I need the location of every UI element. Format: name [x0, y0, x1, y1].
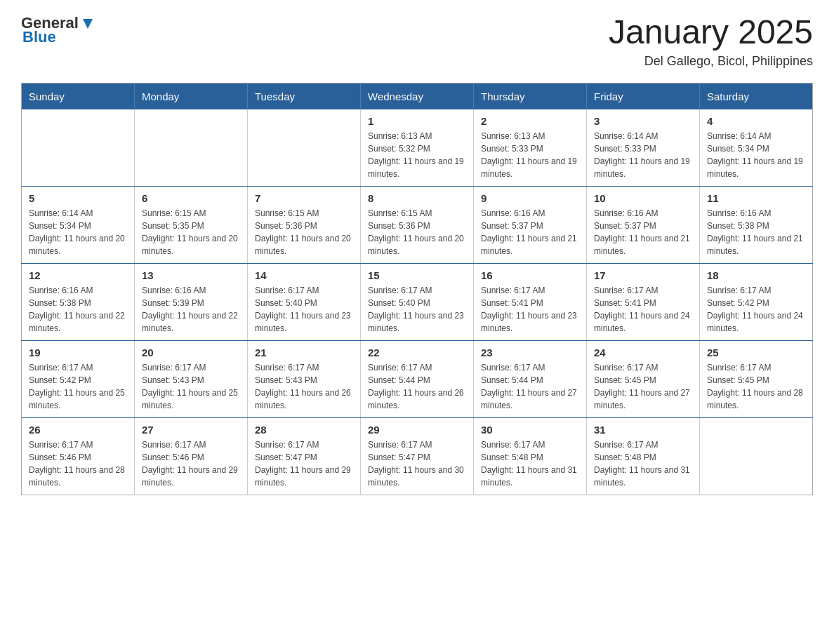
calendar-cell: 26Sunrise: 6:17 AMSunset: 5:46 PMDayligh…: [22, 417, 135, 495]
calendar-cell: 17Sunrise: 6:17 AMSunset: 5:41 PMDayligh…: [587, 263, 700, 340]
day-number: 16: [481, 269, 579, 281]
calendar-cell: 8Sunrise: 6:15 AMSunset: 5:36 PMDaylight…: [361, 186, 474, 263]
calendar-cell: 21Sunrise: 6:17 AMSunset: 5:43 PMDayligh…: [248, 340, 361, 417]
day-number: 3: [594, 115, 692, 127]
calendar-cell: 25Sunrise: 6:17 AMSunset: 5:45 PMDayligh…: [700, 340, 813, 417]
day-number: 12: [29, 269, 127, 281]
calendar-cell: 1Sunrise: 6:13 AMSunset: 5:32 PMDaylight…: [361, 109, 474, 187]
calendar-cell: 22Sunrise: 6:17 AMSunset: 5:44 PMDayligh…: [361, 340, 474, 417]
day-info: Sunrise: 6:17 AMSunset: 5:45 PMDaylight:…: [594, 361, 692, 412]
calendar-cell: 27Sunrise: 6:17 AMSunset: 5:46 PMDayligh…: [135, 417, 248, 495]
day-info: Sunrise: 6:17 AMSunset: 5:43 PMDaylight:…: [142, 361, 240, 412]
day-number: 24: [594, 347, 692, 358]
calendar-cell: 9Sunrise: 6:16 AMSunset: 5:37 PMDaylight…: [474, 186, 587, 263]
calendar-cell: 3Sunrise: 6:14 AMSunset: 5:33 PMDaylight…: [587, 109, 700, 187]
page-header: General Blue January 2025 Del Gallego, B…: [21, 14, 813, 69]
day-number: 25: [707, 347, 805, 358]
calendar-cell: 14Sunrise: 6:17 AMSunset: 5:40 PMDayligh…: [248, 263, 361, 340]
logo-blue-text: Blue: [22, 28, 95, 46]
day-info: Sunrise: 6:17 AMSunset: 5:48 PMDaylight:…: [481, 438, 579, 489]
calendar-table: SundayMondayTuesdayWednesdayThursdayFrid…: [21, 83, 813, 495]
day-info: Sunrise: 6:13 AMSunset: 5:33 PMDaylight:…: [481, 130, 579, 180]
day-info: Sunrise: 6:17 AMSunset: 5:46 PMDaylight:…: [142, 438, 240, 489]
calendar-header-sunday: Sunday: [22, 83, 135, 109]
day-number: 2: [481, 115, 579, 127]
day-info: Sunrise: 6:17 AMSunset: 5:44 PMDaylight:…: [368, 361, 466, 412]
calendar-header-wednesday: Wednesday: [361, 83, 474, 109]
calendar-cell: 29Sunrise: 6:17 AMSunset: 5:47 PMDayligh…: [361, 417, 474, 495]
calendar-week-row: 26Sunrise: 6:17 AMSunset: 5:46 PMDayligh…: [22, 417, 813, 495]
calendar-cell: [248, 109, 361, 187]
calendar-cell: 20Sunrise: 6:17 AMSunset: 5:43 PMDayligh…: [135, 340, 248, 417]
day-info: Sunrise: 6:17 AMSunset: 5:45 PMDaylight:…: [707, 361, 805, 412]
calendar-cell: 18Sunrise: 6:17 AMSunset: 5:42 PMDayligh…: [700, 263, 813, 340]
day-number: 8: [368, 192, 466, 204]
calendar-header-tuesday: Tuesday: [248, 83, 361, 109]
calendar-cell: 5Sunrise: 6:14 AMSunset: 5:34 PMDaylight…: [22, 186, 135, 263]
day-info: Sunrise: 6:17 AMSunset: 5:41 PMDaylight:…: [481, 284, 579, 335]
calendar-subtitle: Del Gallego, Bicol, Philippines: [609, 54, 813, 69]
day-number: 31: [594, 424, 692, 436]
day-info: Sunrise: 6:13 AMSunset: 5:32 PMDaylight:…: [368, 130, 466, 180]
day-number: 30: [481, 424, 579, 436]
calendar-cell: 6Sunrise: 6:15 AMSunset: 5:35 PMDaylight…: [135, 186, 248, 263]
calendar-week-row: 1Sunrise: 6:13 AMSunset: 5:32 PMDaylight…: [22, 109, 813, 187]
day-number: 6: [142, 192, 240, 204]
calendar-week-row: 5Sunrise: 6:14 AMSunset: 5:34 PMDaylight…: [22, 186, 813, 263]
day-number: 23: [481, 347, 579, 358]
calendar-cell: 19Sunrise: 6:17 AMSunset: 5:42 PMDayligh…: [22, 340, 135, 417]
day-info: Sunrise: 6:15 AMSunset: 5:36 PMDaylight:…: [255, 207, 353, 257]
day-number: 10: [594, 192, 692, 204]
svg-marker-0: [83, 19, 93, 29]
calendar-header-saturday: Saturday: [700, 83, 813, 109]
day-info: Sunrise: 6:14 AMSunset: 5:34 PMDaylight:…: [707, 130, 805, 180]
calendar-cell: 28Sunrise: 6:17 AMSunset: 5:47 PMDayligh…: [248, 417, 361, 495]
day-number: 20: [142, 347, 240, 358]
calendar-title: January 2025: [609, 14, 813, 51]
day-info: Sunrise: 6:14 AMSunset: 5:34 PMDaylight:…: [29, 207, 127, 257]
day-number: 5: [29, 192, 127, 204]
day-info: Sunrise: 6:16 AMSunset: 5:37 PMDaylight:…: [594, 207, 692, 257]
calendar-cell: [135, 109, 248, 187]
calendar-header-friday: Friday: [587, 83, 700, 109]
calendar-cell: 11Sunrise: 6:16 AMSunset: 5:38 PMDayligh…: [700, 186, 813, 263]
calendar-cell: 2Sunrise: 6:13 AMSunset: 5:33 PMDaylight…: [474, 109, 587, 187]
calendar-cell: [700, 417, 813, 495]
calendar-week-row: 12Sunrise: 6:16 AMSunset: 5:38 PMDayligh…: [22, 263, 813, 340]
calendar-week-row: 19Sunrise: 6:17 AMSunset: 5:42 PMDayligh…: [22, 340, 813, 417]
calendar-cell: 4Sunrise: 6:14 AMSunset: 5:34 PMDaylight…: [700, 109, 813, 187]
day-number: 11: [707, 192, 805, 204]
day-info: Sunrise: 6:17 AMSunset: 5:40 PMDaylight:…: [255, 284, 353, 335]
logo: General Blue: [21, 14, 95, 46]
day-number: 19: [29, 347, 127, 358]
calendar-header-monday: Monday: [135, 83, 248, 109]
calendar-cell: [22, 109, 135, 187]
day-number: 17: [594, 269, 692, 281]
day-info: Sunrise: 6:16 AMSunset: 5:37 PMDaylight:…: [481, 207, 579, 257]
calendar-header-row: SundayMondayTuesdayWednesdayThursdayFrid…: [22, 83, 813, 109]
calendar-cell: 10Sunrise: 6:16 AMSunset: 5:37 PMDayligh…: [587, 186, 700, 263]
title-section: January 2025 Del Gallego, Bicol, Philipp…: [609, 14, 813, 69]
calendar-cell: 24Sunrise: 6:17 AMSunset: 5:45 PMDayligh…: [587, 340, 700, 417]
day-number: 7: [255, 192, 353, 204]
calendar-cell: 15Sunrise: 6:17 AMSunset: 5:40 PMDayligh…: [361, 263, 474, 340]
day-info: Sunrise: 6:17 AMSunset: 5:44 PMDaylight:…: [481, 361, 579, 412]
day-info: Sunrise: 6:16 AMSunset: 5:38 PMDaylight:…: [707, 207, 805, 257]
day-info: Sunrise: 6:16 AMSunset: 5:39 PMDaylight:…: [142, 284, 240, 335]
day-number: 1: [368, 115, 466, 127]
day-info: Sunrise: 6:17 AMSunset: 5:42 PMDaylight:…: [707, 284, 805, 335]
day-number: 28: [255, 424, 353, 436]
day-info: Sunrise: 6:17 AMSunset: 5:47 PMDaylight:…: [368, 438, 466, 489]
day-info: Sunrise: 6:15 AMSunset: 5:36 PMDaylight:…: [368, 207, 466, 257]
day-info: Sunrise: 6:17 AMSunset: 5:40 PMDaylight:…: [368, 284, 466, 335]
day-number: 21: [255, 347, 353, 358]
day-info: Sunrise: 6:17 AMSunset: 5:43 PMDaylight:…: [255, 361, 353, 412]
calendar-cell: 23Sunrise: 6:17 AMSunset: 5:44 PMDayligh…: [474, 340, 587, 417]
calendar-cell: 7Sunrise: 6:15 AMSunset: 5:36 PMDaylight…: [248, 186, 361, 263]
day-number: 15: [368, 269, 466, 281]
calendar-header-thursday: Thursday: [474, 83, 587, 109]
day-number: 18: [707, 269, 805, 281]
day-number: 4: [707, 115, 805, 127]
day-info: Sunrise: 6:16 AMSunset: 5:38 PMDaylight:…: [29, 284, 127, 335]
day-number: 14: [255, 269, 353, 281]
